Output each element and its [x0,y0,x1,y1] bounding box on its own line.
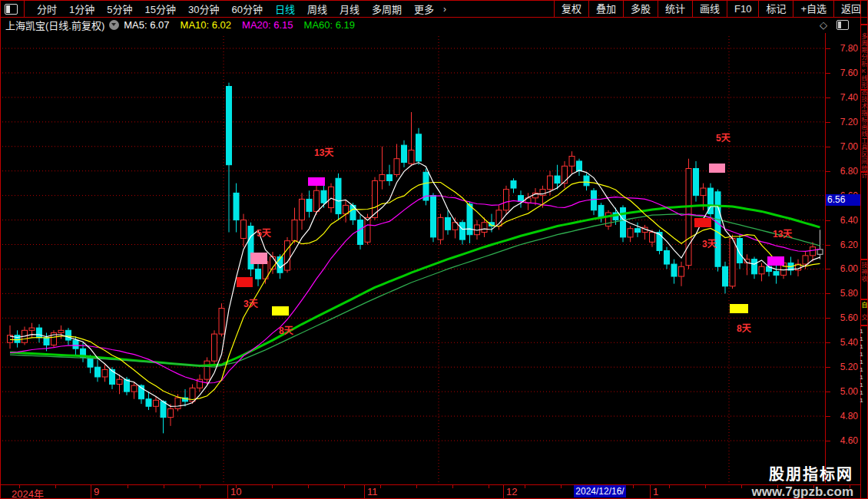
signal-marker-box [237,277,253,287]
signal-marker-box [709,164,725,173]
week-tick [669,485,670,488]
week-tick [489,485,489,488]
price-tick-label: 7.00 [840,141,858,152]
price-tick-label: 6.40 [840,215,858,226]
vertical-toolbar-text[interactable]: 技神收 [861,262,868,283]
price-tick-label: 5.80 [840,288,858,299]
week-tick [850,485,850,488]
price-tick-label: 6.00 [840,263,858,274]
candlestick-chart[interactable] [1,1,868,499]
crosshair-price-readout: 6.56 [826,194,861,206]
strip-divider [861,171,868,173]
price-tick-label: 7.60 [840,68,858,78]
week-tick [55,485,56,488]
signal-marker-label: 8天 [737,321,751,334]
time-axis-label: 1 [653,486,658,497]
strip-divider [861,24,868,25]
week-tick [813,485,814,488]
signal-marker-label: 13天 [773,226,792,240]
week-tick [525,485,525,488]
vertical-toolbar-text[interactable]: 自 [861,302,868,309]
stock-chart-window: 分时1分钟5分钟15分钟30分钟60分钟日线周线月线多周期更多 › 复权叠加多股… [0,0,868,499]
signal-marker-label: 3天 [702,236,717,250]
week-tick [777,485,778,488]
signal-marker-box [272,306,289,316]
month-separator [364,485,365,498]
time-axis-label: 12 [506,486,517,497]
week-tick [164,485,164,488]
week-tick [741,485,742,488]
signal-marker-label: 5天 [716,131,731,144]
price-tick-label: 4.80 [840,411,858,421]
week-tick [128,485,128,488]
price-tick-mark [826,318,830,319]
time-axis: 2024年910111212024/12/16/— [1,484,860,499]
week-tick [633,485,634,488]
week-tick [200,485,200,488]
week-tick [705,485,706,488]
strip-divider [861,325,868,326]
price-tick-mark [826,147,830,147]
price-tick-label: 6.20 [840,240,858,250]
price-tick-mark [826,342,830,343]
price-tick-label: 4.60 [840,435,858,446]
signal-marker-label: 5天 [257,226,271,239]
strip-divider [861,259,868,260]
time-axis-label: 2024年 [12,486,44,499]
price-tick-label: 5.60 [840,312,858,323]
week-tick [344,485,345,488]
price-tick-mark [826,293,830,294]
price-tick-mark [826,441,830,441]
time-axis-label: 9 [94,486,99,497]
signal-marker-label: 13天 [314,145,333,158]
price-tick-mark [826,392,830,392]
price-tick-mark [826,122,830,123]
vertical-toolbar-text[interactable]: 多周期分析K线形态技术指标画线工具区间统计 [861,33,868,179]
price-tick-mark [826,171,830,172]
signal-marker-box [730,304,748,313]
signal-marker-label: 3天 [244,296,258,309]
week-tick [452,485,453,488]
price-tick-mark [826,416,830,417]
strip-divider [861,299,868,300]
week-tick [308,485,309,488]
vertical-toolbar-text[interactable]: 交 [861,314,868,321]
price-tick-label: 7.20 [840,117,858,127]
week-tick [380,485,381,488]
time-axis-label: 10 [230,486,241,497]
price-tick-mark [826,73,830,74]
week-tick [416,485,417,488]
price-axis: 7.807.607.407.207.006.806.606.406.206.00… [825,33,860,483]
price-tick-mark [826,220,830,221]
week-tick [272,485,273,488]
month-separator [227,485,228,498]
price-tick-mark [826,97,830,98]
month-separator [650,485,651,498]
signal-marker-label: 8天 [279,323,293,336]
price-tick-mark [826,245,830,246]
right-vertical-toolbar[interactable]: 多周期分析K线形态技术指标画线工具区间统计技神收自交1111111111 [860,1,868,499]
price-tick-mark [826,48,830,49]
price-tick-label: 6.80 [840,166,858,177]
price-tick-label: 7.80 [840,43,858,54]
price-tick-mark [826,367,830,368]
price-tick-label: 7.40 [840,92,858,103]
signal-marker-box [250,253,267,264]
month-separator [91,485,91,498]
month-separator [503,485,504,498]
signal-marker-box [694,218,711,227]
strip-divider [861,89,868,91]
price-tick-mark [826,269,830,269]
week-tick [561,485,562,488]
vertical-toolbar-digits[interactable]: 1111111111 [861,328,868,405]
signal-marker-box [308,177,325,186]
crosshair-date-readout: 2024/12/16/— [574,485,626,497]
time-axis-label: 11 [367,486,378,497]
signal-marker-box [767,256,784,266]
